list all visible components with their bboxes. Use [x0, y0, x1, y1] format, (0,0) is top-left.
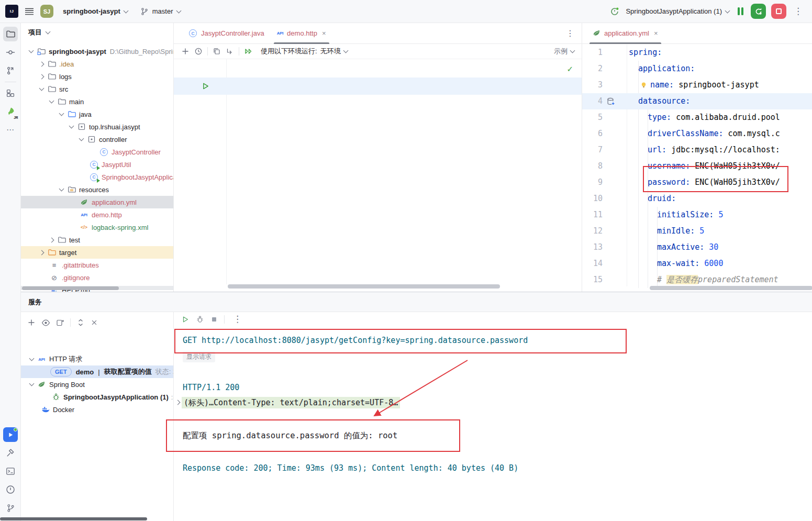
tree-item-logback-xml[interactable]: </> logback-spring.xml [21, 221, 174, 234]
more-actions-icon[interactable]: ⋮ [792, 7, 805, 16]
tool-more-button[interactable]: ⋯ [3, 123, 18, 137]
tree-item-idea[interactable]: .idea [21, 58, 174, 70]
tree-item-jasyptutil[interactable]: C JasyptUtil [21, 158, 174, 171]
pause-button[interactable] [736, 7, 746, 15]
view-options-icon[interactable] [41, 318, 50, 327]
yaml-line-12[interactable]: 12minIdle: 5 [582, 223, 812, 239]
tool-build-button[interactable] [3, 446, 18, 460]
stop-output-icon[interactable] [210, 316, 218, 323]
editor-hscrollbar[interactable] [228, 284, 500, 289]
tree-item-application-class[interactable]: C SpringbootJasyptApplicati [21, 171, 174, 183]
tool-services-button[interactable] [3, 427, 18, 442]
chevron-down-icon[interactable] [29, 48, 34, 53]
project-hscrollbar[interactable] [21, 286, 174, 290]
yaml-line-6[interactable]: 6driverClassName: com.mysql.c [582, 126, 812, 142]
yaml-line-10[interactable]: 10druid: [582, 191, 812, 207]
tool-problems-button[interactable] [3, 482, 18, 497]
yaml-line-1[interactable]: 1spring: [582, 45, 812, 61]
tool-jrebel-button[interactable]: JR [3, 104, 18, 119]
convert-icon[interactable] [226, 47, 234, 56]
tree-item-root[interactable]: springboot-jasypt D:\Github_Repo\Spring [21, 45, 174, 58]
add-service-icon[interactable] [27, 318, 36, 327]
tool-project-button[interactable] [3, 27, 18, 41]
chevron-down-icon[interactable] [29, 356, 35, 361]
chevron-down-icon[interactable] [59, 111, 64, 116]
code-line-2[interactable]: 2 GET http://localhost:8080/jasypt/getCo… [174, 77, 582, 95]
tab-jasyptcontroller[interactable]: C JasyptController.java [182, 23, 271, 44]
tree-item-target[interactable]: target [21, 246, 174, 259]
tree-item-controller[interactable]: controller [21, 133, 174, 146]
tab-application-yml[interactable]: application.yml × [586, 23, 664, 44]
examples-selector[interactable]: 示例 [554, 47, 574, 56]
project-panel-header[interactable]: 项目 [21, 23, 173, 42]
run-config-selector[interactable]: SpringbootJasyptApplication (1) [625, 6, 730, 16]
chevron-right-icon[interactable] [49, 237, 54, 242]
yaml-line-2[interactable]: 2application: [582, 61, 812, 77]
chevron-down-icon[interactable] [29, 381, 35, 386]
tab-demo-http[interactable]: API demo.http × [271, 23, 332, 44]
tree-item-test[interactable]: test [21, 234, 174, 246]
yaml-line-5[interactable]: 5type: com.alibaba.druid.pool [582, 109, 812, 126]
collapse-all-icon[interactable] [91, 319, 98, 326]
yaml-line-8[interactable]: 8username: ENC(WaH05jih3tX0v/ [582, 158, 812, 174]
tool-commit-button[interactable] [3, 45, 18, 60]
chevron-down-icon[interactable] [49, 98, 54, 104]
history-icon[interactable] [194, 47, 203, 56]
tool-structure-button[interactable] [3, 86, 18, 101]
tree-item-logs[interactable]: logs [21, 70, 174, 83]
open-in-new-tab-icon[interactable] [56, 318, 64, 327]
tree-item-gitignore[interactable]: ⊘ .gitignore [21, 271, 174, 284]
tree-item-main[interactable]: main [21, 95, 174, 108]
response-summary-line[interactable]: Response code: 200; Time: 93ms (93 ms); … [183, 463, 518, 473]
chevron-down-icon[interactable] [39, 86, 45, 91]
response-status-line[interactable]: HTTP/1.1 200 [183, 383, 239, 392]
request-line[interactable]: GET http://localhost:8080/jasypt/getConf… [183, 336, 528, 345]
fold-chevron-icon[interactable] [175, 400, 181, 405]
env-selector[interactable]: 使用以下环境运行: 无环境 [261, 47, 348, 56]
chevron-right-icon[interactable] [39, 74, 45, 79]
code-line-1[interactable]: 1 ### 获取配置项的值 [174, 60, 582, 77]
tree-item-package[interactable]: top.lrshuai.jasypt [21, 120, 174, 133]
tab-options-icon[interactable]: ⋮ [566, 28, 574, 38]
tree-item-java[interactable]: java [21, 108, 174, 120]
yaml-line-7[interactable]: 7url: jdbc:mysql://localhost: [582, 142, 812, 158]
tool-vcs-log-button[interactable] [3, 63, 18, 78]
branch-switcher[interactable]: master [137, 5, 184, 18]
yaml-line-4[interactable]: 4datasource: [582, 93, 812, 109]
chevron-right-icon[interactable] [39, 250, 45, 255]
services-item-demo-request[interactable]: GET demo | 获取配置项的值 状态: 200 [21, 365, 174, 378]
tool-terminal-button[interactable] [3, 464, 18, 479]
yaml-line-13[interactable]: 13maxActive: 30 [582, 239, 812, 256]
project-switcher[interactable]: springboot-jasypt [60, 5, 131, 17]
yaml-line-14[interactable]: 14max-wait: 6000 [582, 256, 812, 272]
close-icon[interactable]: × [654, 29, 658, 37]
services-item-application[interactable]: SpringbootJasyptApplication (1) :80 [21, 391, 174, 403]
chevron-right-icon[interactable] [39, 61, 45, 66]
response-body-line[interactable]: 配置项 spring.datasource.password 的值为: root [183, 430, 397, 441]
tree-item-gitattributes[interactable]: ≡ .gitattributes [21, 259, 174, 271]
yaml-line-9[interactable]: 9password: ENC(WaH05jih3tX0v/ [582, 174, 812, 191]
database-icon[interactable] [606, 97, 615, 106]
chevron-down-icon[interactable] [59, 186, 64, 192]
output-options-icon[interactable]: ⋮ [231, 315, 244, 324]
yaml-hscrollbar[interactable] [650, 286, 812, 290]
services-item-springboot-group[interactable]: Spring Boot [21, 378, 174, 391]
copy-icon[interactable] [213, 47, 221, 56]
services-item-http-group[interactable]: API HTTP 请求 [21, 353, 174, 365]
services-item-docker[interactable]: Docker [21, 403, 174, 416]
debug-request-icon[interactable] [196, 315, 204, 324]
tree-item-application-yml[interactable]: application.yml [21, 196, 174, 208]
tree-item-resources[interactable]: resources [21, 183, 174, 196]
run-request-icon[interactable] [201, 82, 210, 91]
run-all-icon[interactable] [244, 47, 253, 56]
yaml-line-3[interactable]: 3name: springboot-jasypt [582, 77, 812, 93]
add-request-icon[interactable] [181, 47, 190, 56]
tree-item-jasyptcontroller[interactable]: C JasyptController [21, 146, 174, 158]
rerun-request-icon[interactable] [181, 315, 190, 324]
main-menu-icon[interactable] [25, 8, 34, 15]
close-icon[interactable]: × [322, 29, 326, 37]
response-headers-line[interactable]: (标头)…Content-Type: text/plain;charset=UT… [182, 398, 400, 408]
chevron-down-icon[interactable] [69, 124, 74, 129]
rerun-button[interactable] [751, 4, 766, 19]
tool-git-button[interactable] [3, 501, 18, 515]
